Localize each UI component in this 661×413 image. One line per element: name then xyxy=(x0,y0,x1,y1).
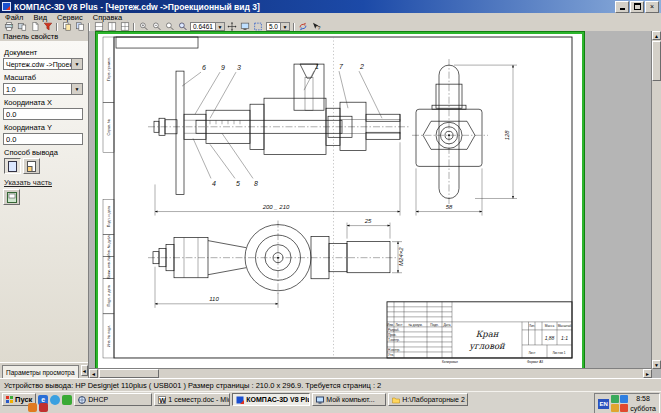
svg-text:Подп. и дата: Подп. и дата xyxy=(108,206,112,227)
svg-text:Пров.: Пров. xyxy=(388,333,397,337)
page-setup-icon[interactable] xyxy=(28,22,41,31)
chevron-down-icon[interactable]: ▼ xyxy=(71,59,82,69)
clock[interactable]: 8:58 суббота xyxy=(630,394,656,412)
title-block: Изм. Лист № докум. Подп. Дата Разраб. Пр… xyxy=(387,302,572,364)
zoom-out-icon[interactable] xyxy=(150,22,163,31)
scroll-down-icon[interactable]: ▼ xyxy=(652,360,661,369)
coord-x-label: Координата X xyxy=(4,98,85,107)
print-preview-icon[interactable] xyxy=(15,22,28,31)
tray-icon-1[interactable] xyxy=(611,395,619,403)
task-kompas[interactable]: КОМПАС-3D V8 Plus -... xyxy=(232,393,310,406)
task-folder-labs[interactable]: H:\Лабораторные 2 се... xyxy=(388,393,468,406)
chevron-down-icon[interactable]: ▼ xyxy=(215,23,224,30)
select-part-link[interactable]: Указать часть xyxy=(4,178,85,187)
drawing-sheet[interactable]: Перв. примен. Справ. № Подп. и дата Инв.… xyxy=(96,32,584,371)
output-whole-sheet-button[interactable] xyxy=(4,158,21,174)
dim-height: 128 xyxy=(504,130,510,141)
svg-text:Перв. примен.: Перв. примен. xyxy=(108,57,112,81)
svg-text:Разраб.: Разраб. xyxy=(388,328,400,332)
computer-icon xyxy=(316,396,324,404)
scroll-left-icon[interactable]: ◄ xyxy=(89,369,98,378)
vertical-scrollbar[interactable]: ▲ ▼ xyxy=(651,31,661,369)
select-views-icon[interactable] xyxy=(73,22,86,31)
vertical-scroll-thumb[interactable] xyxy=(652,41,661,81)
quicklaunch-globe-icon[interactable] xyxy=(50,395,60,405)
top-view: 25 М24×2 110 xyxy=(148,218,404,308)
status-text: Устройство вывода: HP Designjet 110plus … xyxy=(4,381,381,390)
fit-all-icon[interactable] xyxy=(252,22,265,31)
layout-two-pages-icon[interactable] xyxy=(105,22,118,31)
select-sheets-icon[interactable] xyxy=(60,22,73,31)
svg-text:W: W xyxy=(160,396,167,403)
task-dhcp[interactable]: DHCP xyxy=(74,393,152,406)
quicklaunch-icon-4[interactable] xyxy=(28,403,37,412)
tray-icon-4[interactable] xyxy=(620,404,628,412)
svg-text:Лит.: Лит. xyxy=(529,324,535,328)
mass-value: 1,88 xyxy=(545,335,555,341)
menu-file[interactable]: Файл xyxy=(0,13,28,22)
status-bar: Устройство вывода: HP Designjet 110plus … xyxy=(0,378,661,391)
close-button[interactable]: × xyxy=(645,1,659,13)
filter-icon[interactable] xyxy=(41,22,54,31)
main-area: Панель свойств Документ Чертеж.cdw ->Про… xyxy=(0,31,661,378)
svg-text:4: 4 xyxy=(212,180,216,187)
tab-scroll-left-icon[interactable]: ◄ xyxy=(81,365,88,376)
zoom-scale-icon[interactable] xyxy=(176,22,189,31)
menu-view[interactable]: Вид xyxy=(28,13,52,22)
dim-width: 58 xyxy=(446,204,453,210)
svg-text:Лист: Лист xyxy=(529,351,536,355)
minimize-button[interactable] xyxy=(615,1,629,13)
chevron-down-icon[interactable]: ▼ xyxy=(280,23,289,30)
select-part-button[interactable] xyxy=(3,189,20,205)
output-part-button[interactable] xyxy=(23,158,40,174)
svg-text:Масштаб: Масштаб xyxy=(558,324,572,328)
dim-main: 200 _ 210 xyxy=(262,204,290,210)
titlebar: КОМПАС-3D V8 Plus - [Чертеж.cdw ->Проекц… xyxy=(0,0,661,13)
step-combo[interactable]: 5.0 ▼ xyxy=(266,22,290,31)
tray-icon-3[interactable] xyxy=(611,404,619,412)
horizontal-scroll-thumb[interactable] xyxy=(99,369,159,378)
pan-icon[interactable] xyxy=(226,22,239,31)
layout-four-pages-icon[interactable] xyxy=(118,22,131,31)
scale-label: Масштаб xyxy=(4,73,85,82)
task-my-computer[interactable]: Мой компьют... xyxy=(312,393,386,406)
menu-service[interactable]: Сервис xyxy=(52,13,88,22)
folder-icon xyxy=(392,396,400,404)
tray-icons[interactable] xyxy=(611,395,628,412)
scale-combo[interactable]: 1.0 ▼ xyxy=(3,83,83,95)
chevron-down-icon[interactable]: ▼ xyxy=(71,84,82,94)
tray-icon-2[interactable] xyxy=(620,395,628,403)
scroll-up-icon[interactable]: ▲ xyxy=(652,31,661,40)
quicklaunch-icon-5[interactable] xyxy=(39,403,48,412)
document-label: Документ xyxy=(4,48,85,57)
zoom-area-icon[interactable] xyxy=(163,22,176,31)
task-word-doc[interactable]: W 1 семестр.doc - Micros... xyxy=(154,393,230,406)
restore-button[interactable] xyxy=(630,1,644,13)
help-pointer-icon[interactable]: ? xyxy=(310,22,323,31)
window-title: КОМПАС-3D V8 Plus - [Чертеж.cdw ->Проекц… xyxy=(14,2,612,12)
print-icon[interactable] xyxy=(2,22,15,31)
toolbar: 0.6461 ▼ 5.0 ▼ ? xyxy=(0,22,661,31)
rotate-icon[interactable] xyxy=(297,22,310,31)
layout-one-page-icon[interactable] xyxy=(92,22,105,31)
svg-text:Листов 1: Листов 1 xyxy=(553,351,566,355)
horizontal-scrollbar[interactable]: ◄ ► xyxy=(89,368,652,378)
menu-help[interactable]: Справка xyxy=(88,13,127,22)
language-indicator[interactable]: EN xyxy=(598,399,609,409)
preview-viewport[interactable]: Перв. примен. Справ. № Подп. и дата Инв.… xyxy=(89,31,661,378)
zoom-combo[interactable]: 0.6461 ▼ xyxy=(190,22,225,31)
document-combo[interactable]: Чертеж.cdw ->Проекционный в ▼ xyxy=(3,58,83,70)
quicklaunch-desktop-icon[interactable] xyxy=(62,395,72,405)
dim-pipe: 25 xyxy=(364,218,372,224)
screen-icon[interactable] xyxy=(239,22,252,31)
tab-view-parameters[interactable]: Параметры просмотра xyxy=(2,365,79,378)
svg-text:Утв.: Утв. xyxy=(388,353,394,357)
coord-x-field[interactable] xyxy=(3,108,83,120)
coord-y-field[interactable] xyxy=(3,133,83,145)
scroll-right-icon[interactable]: ► xyxy=(643,369,652,378)
svg-text:5: 5 xyxy=(236,180,240,187)
dim-length: 110 xyxy=(209,296,219,302)
properties-panel: Панель свойств Документ Чертеж.cdw ->Про… xyxy=(0,31,89,378)
zoom-in-icon[interactable] xyxy=(137,22,150,31)
system-tray: EN 8:58 суббота xyxy=(594,393,660,413)
